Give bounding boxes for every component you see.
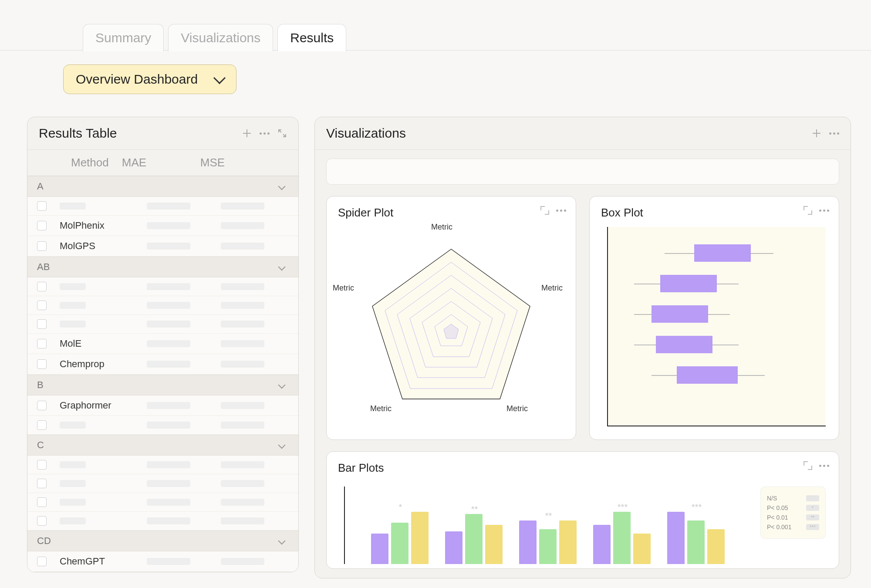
viz-search-input[interactable] [326,159,839,185]
tab-results[interactable]: Results [277,24,346,51]
table-group-header[interactable]: AB [27,257,298,277]
spider-plot-svg [338,223,564,423]
table-row[interactable]: ChemGPT [27,551,298,572]
bar-plots-card: Bar Plots *********** N/SP< 0.05*P< 0.01… [326,451,839,569]
spider-axis-label: Metric [431,223,452,232]
add-icon[interactable] [242,128,252,138]
table-group-header[interactable]: CD [27,531,298,551]
row-checkbox[interactable] [37,221,47,230]
visualizations-panel: Visualizations Spider Plot [314,117,851,578]
spider-axis-label: Metric [370,404,392,413]
viz-add-icon[interactable] [812,128,821,138]
spider-plot-card: Spider Plot [326,196,576,440]
table-row[interactable] [27,296,298,315]
bar-plot-canvas: *********** [344,487,752,564]
table-row[interactable] [27,277,298,296]
row-checkbox[interactable] [37,516,47,526]
visualizations-title: Visualizations [326,126,406,141]
tab-summary[interactable]: Summary [83,24,164,51]
expand-icon[interactable] [277,128,287,138]
row-checkbox[interactable] [37,301,47,310]
more-icon[interactable] [260,132,270,135]
box-plot-title: Box Plot [601,206,827,220]
bar-plots-title: Bar Plots [338,461,827,475]
tab-bar: Summary Visualizations Results [83,24,346,51]
viz-more-icon[interactable] [829,132,839,135]
spider-axis-label: Metric [333,284,354,293]
spider-axis-label: Metric [506,404,528,413]
row-checkbox[interactable] [37,420,47,430]
row-checkbox[interactable] [37,319,47,329]
table-row[interactable] [27,456,298,474]
spider-plot-title: Spider Plot [338,206,564,220]
row-checkbox[interactable] [37,241,47,251]
box-more-icon[interactable] [819,210,829,212]
fullscreen-icon[interactable] [803,461,812,470]
row-checkbox[interactable] [37,497,47,507]
box-plot-canvas [607,227,826,426]
overview-dropdown[interactable]: Overview Dashboard [63,64,236,94]
table-row[interactable]: MolE [27,334,298,354]
row-checkbox[interactable] [37,339,47,348]
table-row[interactable] [27,474,298,493]
row-checkbox[interactable] [37,282,47,291]
table-group-header[interactable]: B [27,375,298,395]
table-row[interactable] [27,493,298,512]
results-table-panel: Results Table Method MAE MSE AMolPhenixM… [27,117,299,572]
spider-axis-label: Metric [541,284,563,293]
significance-legend: N/SP< 0.05*P< 0.01**P< 0.001*** [760,487,826,539]
row-checkbox[interactable] [37,479,47,488]
table-row[interactable]: Chemprop [27,354,298,375]
row-checkbox[interactable] [37,557,47,566]
table-row[interactable]: Graphormer [27,395,298,416]
results-table-title: Results Table [39,126,117,141]
table-row[interactable]: MolGPS [27,236,298,257]
box-plot-card: Box Plot [589,196,839,440]
row-checkbox[interactable] [37,201,47,211]
tab-visualizations[interactable]: Visualizations [168,24,273,51]
fullscreen-icon[interactable] [803,206,812,215]
table-group-header[interactable]: C [27,435,298,456]
table-row[interactable] [27,512,298,531]
table-row[interactable]: MolPhenix [27,216,298,236]
row-checkbox[interactable] [37,460,47,470]
bar-more-icon[interactable] [819,465,829,467]
spider-more-icon[interactable] [556,210,566,212]
table-row[interactable] [27,416,298,435]
table-row[interactable] [27,197,298,216]
row-checkbox[interactable] [37,401,47,410]
overview-dropdown-label: Overview Dashboard [76,72,198,87]
table-group-header[interactable]: A [27,176,298,197]
table-header: Method MAE MSE [27,150,298,176]
table-row[interactable] [27,315,298,334]
fullscreen-icon[interactable] [540,206,549,215]
row-checkbox[interactable] [37,359,47,369]
chevron-down-icon [213,72,226,84]
